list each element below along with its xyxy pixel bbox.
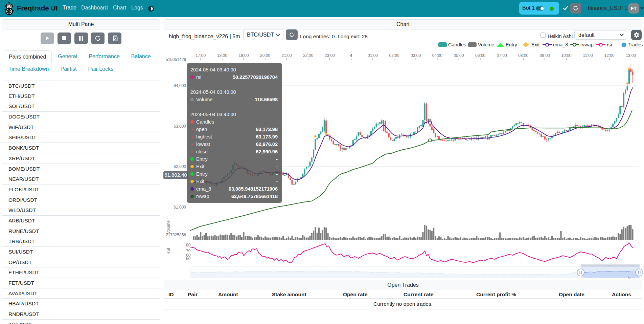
svg-text:63,000: 63,000: [174, 124, 186, 129]
svg-text:23:00: 23:00: [325, 53, 335, 58]
svg-text:10:00: 10:00: [561, 53, 571, 58]
svg-text:22:00: 22:00: [303, 53, 313, 58]
svg-text:RSI: RSI: [166, 248, 171, 255]
svg-text:05:00: 05:00: [454, 53, 464, 58]
svg-text:21:00: 21:00: [282, 53, 292, 58]
svg-text:61,000: 61,000: [174, 205, 186, 210]
svg-text:09:00: 09:00: [540, 53, 550, 58]
svg-text:03:00: 03:00: [411, 53, 421, 58]
svg-text:17:00: 17:00: [196, 53, 206, 58]
svg-text:19:00: 19:00: [238, 53, 249, 58]
svg-text:11:00: 11:00: [583, 53, 593, 58]
svg-text:515051426: 515051426: [166, 57, 186, 62]
svg-text:13:00: 13:00: [626, 53, 636, 58]
svg-text:Volume: Volume: [166, 220, 171, 234]
svg-text:20:00: 20:00: [260, 53, 270, 58]
svg-text:70: 70: [186, 249, 191, 253]
svg-text:07:00: 07:00: [497, 53, 507, 58]
svg-text:62,000: 62,000: [174, 164, 186, 169]
svg-text:12:00: 12:00: [604, 53, 615, 58]
svg-text:80: 80: [186, 243, 191, 247]
svg-text:4: 4: [350, 53, 352, 58]
svg-text:08:00: 08:00: [518, 53, 528, 58]
svg-text:01:00: 01:00: [368, 53, 378, 58]
svg-text:50: 50: [186, 256, 191, 261]
svg-text:64,000: 64,000: [174, 83, 186, 88]
svg-text:18:00: 18:00: [217, 53, 227, 58]
svg-text:02:00: 02:00: [389, 53, 399, 58]
svg-text:06:00: 06:00: [475, 53, 485, 58]
svg-text:04:00: 04:00: [432, 53, 442, 58]
